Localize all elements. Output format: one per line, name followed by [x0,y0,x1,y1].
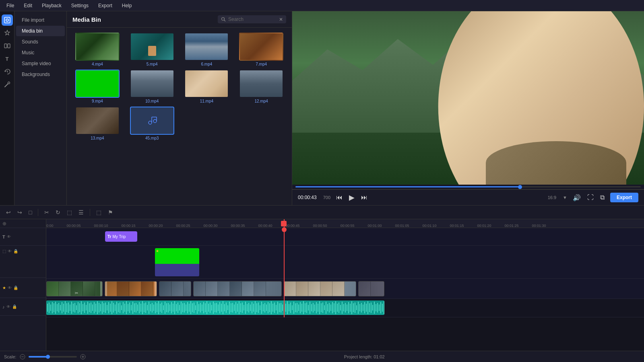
frame-11 [194,282,206,296]
sidebar-item-music[interactable]: Music [16,47,65,58]
sidebar-icon-tools[interactable] [2,79,13,90]
audio-track-visibility[interactable]: 👁 [6,304,10,309]
video-segment-4[interactable] [193,281,282,296]
menu-help[interactable]: Help [120,2,134,9]
media-label-5mp4: 5.mp4 [147,62,158,66]
sidebar-icon-media[interactable] [2,14,13,26]
media-thumb-6mp4 [184,33,229,61]
media-thumb-4mp4 [75,33,120,61]
video-segment-5[interactable] [284,281,356,296]
audio-track: // This will be generated inline [46,299,644,317]
title-clip[interactable]: Tr My Trip [105,231,137,242]
close-icon[interactable] [279,17,283,21]
svg-rect-207 [351,301,352,314]
media-item-5mp4[interactable]: 5.mp4 [126,33,178,66]
sidebar-icon-effects[interactable] [2,27,13,39]
svg-rect-157 [271,301,272,314]
preview-play[interactable]: ▶ [348,192,355,203]
search-input[interactable] [228,16,277,22]
media-item-13mp4[interactable]: 13.mp4 [72,107,123,140]
timeline-content[interactable]: 00:00:00 00:00:05 00:00:10 00:00:15 00:0… [46,219,644,351]
sidebar-item-media-bin[interactable]: Media bin [16,26,65,36]
svg-rect-134 [234,304,235,311]
svg-rect-63 [120,302,120,313]
audio-waveform[interactable]: // This will be generated inline [46,300,384,315]
audio-track-lock[interactable]: 🔒 [12,304,17,309]
seg2-trim-left[interactable] [105,282,107,296]
svg-rect-200 [340,305,341,311]
preview-skip-forward[interactable]: ⏭ [360,193,368,202]
export-button[interactable]: Export [610,193,638,202]
sidebar-item-file-import[interactable]: File import [16,15,65,25]
sidebar-item-sample-video[interactable]: Sample video [16,58,65,69]
main-container: T File import Media bin Sounds Music Sam… [0,11,644,205]
media-item-7mp4[interactable]: 7.mp4 [235,33,287,66]
video-segment-6[interactable] [358,281,384,296]
svg-rect-219 [371,302,372,313]
crop-button[interactable]: ⬚ [65,208,74,217]
menu-edit[interactable]: Edit [22,2,34,9]
media-label-9mp4: 9.mp4 [92,99,103,103]
video-segment-2[interactable] [105,281,157,296]
preview-progress-thumb[interactable] [518,185,522,189]
video-track-visibility[interactable]: 👁 [8,286,12,290]
media-item-4mp4[interactable]: 4.mp4 [72,33,123,66]
video-segment-1[interactable]: ✂ [46,281,103,296]
add-track-button[interactable]: ⊕ [2,221,6,226]
seg1-trim-right[interactable] [100,282,102,296]
menu-export[interactable]: Export [97,2,114,9]
undo-button[interactable]: ↩ [4,208,13,217]
volume-btn[interactable]: 🔊 [572,193,582,202]
sticker-button[interactable]: ⬚ [94,208,103,217]
media-item-45mp3[interactable]: 45.mp3 [126,107,178,140]
seg2-trim-right[interactable] [155,282,157,296]
sidebar-icon-history[interactable] [2,66,13,77]
sidebar-item-backgrounds[interactable]: Backgrounds [16,69,65,80]
menu-settings[interactable]: Settings [70,2,90,9]
pip-track-lock[interactable]: 🔒 [13,249,18,253]
copy-button[interactable]: □ [27,208,34,217]
svg-rect-145 [252,302,252,313]
media-item-10mp4[interactable]: 10.mp4 [126,70,178,103]
preview-controls: 00:00:43 700 ⏮ ▶ ⏭ 16:9 ▼ 🔊 ⛶ ⧉ Export [292,189,644,205]
media-item-12mp4[interactable]: 12.mp4 [235,70,287,103]
rotate-button[interactable]: ↻ [54,208,62,217]
scale-slider-thumb[interactable] [46,355,50,359]
pip-track-visibility[interactable]: 👁 [8,249,12,253]
preview-skip-back[interactable]: ⏮ [335,193,343,202]
scale-slider[interactable] [29,356,77,358]
menu-playback[interactable]: Playback [40,2,63,9]
redo-button[interactable]: ↪ [15,208,24,217]
pip-clip[interactable]: ★ [155,248,199,276]
list-button[interactable]: ☰ [76,208,86,217]
flag-button[interactable]: ⚑ [106,208,115,217]
playhead-ruler-head[interactable] [281,221,287,226]
preview-time: 00:00:43 [298,195,317,200]
svg-rect-113 [200,303,201,313]
search-bar[interactable] [218,15,286,23]
svg-rect-27 [62,302,62,313]
svg-rect-119 [210,302,211,313]
video-segment-3[interactable] [159,281,191,296]
cut-button[interactable]: ✂ [42,208,51,217]
scale-plus-icon[interactable] [80,354,86,360]
preview-progress-bar[interactable] [295,186,641,187]
sidebar-icon-transitions[interactable] [2,40,13,51]
svg-rect-41 [84,302,85,313]
popout-btn[interactable]: ⧉ [599,193,605,202]
media-item-6mp4[interactable]: 6.mp4 [181,33,233,66]
seg4-strip [194,282,281,296]
media-item-9mp4[interactable]: 9.mp4 [72,70,123,103]
sidebar-item-sounds[interactable]: Sounds [16,37,65,47]
fullscreen-btn[interactable]: ⛶ [586,193,594,202]
menu-file[interactable]: File [5,2,16,9]
video-track-lock[interactable]: 🔒 [13,286,18,290]
pip-track-icon: ⬚ [2,249,6,253]
sidebar-icon-text[interactable]: T [2,53,13,64]
scale-minus-icon[interactable] [20,354,25,360]
media-item-11mp4[interactable]: 11.mp4 [181,70,233,103]
svg-rect-82 [150,304,151,311]
svg-rect-32 [70,304,70,311]
title-track-visibility[interactable]: 👁 [7,234,11,239]
svg-rect-43 [87,302,88,314]
